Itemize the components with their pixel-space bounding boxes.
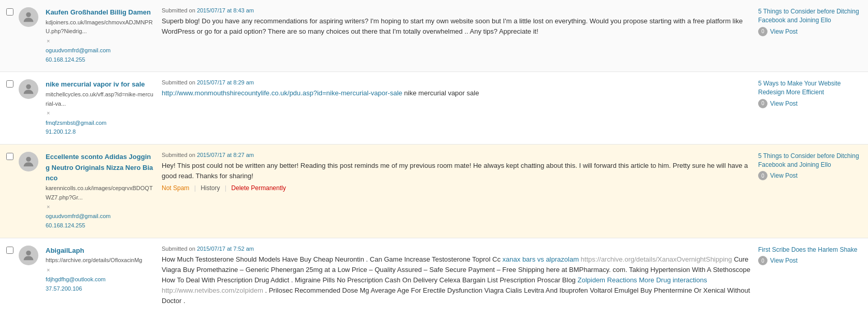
svg-point-2: [26, 156, 31, 161]
post-col: 5 Things to Consider before Ditching Fac…: [758, 152, 862, 181]
checkbox-col: [6, 152, 19, 162]
post-col: 5 Things to Consider before Ditching Fac…: [758, 7, 862, 36]
comment-text: http://www.monmouthshirecountylife.co.uk…: [162, 88, 751, 98]
author-url: kdjoiners.co.uk/Images/chmovxADJMNPRU.ph…: [46, 18, 154, 36]
author-email[interactable]: oguudvomfrd@gmail.com: [46, 212, 154, 221]
avatar: [19, 246, 38, 265]
comment-row: Kaufen Großhandel Billig Damen kdjoiners…: [0, 0, 868, 72]
submitted-date[interactable]: 2015/07/17 at 8:29 am: [197, 79, 254, 85]
not-spam-action[interactable]: Not Spam: [162, 184, 189, 192]
comment-meta: Submitted on 2015/07/17 at 8:43 am: [162, 7, 751, 13]
avatar: [19, 79, 38, 99]
author-url: karennicolls.co.uk/images/cepqrvxBDOQTWZ…: [46, 184, 154, 202]
comment-list: Kaufen Großhandel Billig Damen kdjoiners…: [0, 0, 868, 316]
action-separator: |: [194, 184, 196, 192]
comment-meta: Submitted on 2015/07/17 at 8:29 am: [162, 79, 751, 85]
avatar-col: [19, 246, 41, 265]
checkbox-col: [6, 79, 19, 89]
author-info: Eccellente sconto Adidas Jogging Neutro …: [46, 152, 154, 231]
submitted-prefix: Submitted on: [162, 79, 197, 85]
author-email[interactable]: fdjhgdfhg@outlook.com: [46, 275, 154, 284]
post-comment-count: 0: [758, 99, 767, 108]
avatar-col: [19, 7, 41, 27]
author-url-x: ×: [47, 204, 50, 210]
comment-content: Submitted on 2015/07/17 at 8:29 am http:…: [162, 79, 751, 102]
view-post-link[interactable]: View Post: [770, 257, 798, 264]
avatar: [19, 152, 38, 171]
author-name[interactable]: AbigailLaph: [46, 246, 154, 256]
comment-checkbox[interactable]: [6, 80, 13, 88]
comment-content: Submitted on 2015/07/17 at 7:52 am How M…: [162, 246, 751, 310]
comment-row: Eccellente sconto Adidas Jogging Neutro …: [0, 145, 868, 238]
author-ip[interactable]: 91.200.12.8: [46, 127, 154, 137]
svg-point-0: [26, 12, 31, 17]
author-name[interactable]: Eccellente sconto Adidas Jogging Neutro …: [46, 152, 154, 184]
comment-link1[interactable]: xanax bars vs alprazolam: [503, 255, 579, 263]
muted-url: https://archive.org/details/XanaxOvernig…: [581, 255, 732, 263]
submitted-date[interactable]: 2015/07/17 at 7:52 am: [197, 246, 254, 252]
post-col: First Scribe Does the Harlem Shake 0 Vie…: [758, 246, 862, 266]
author-url: https://archive.org/details/OfloxacinMg: [46, 256, 154, 265]
post-link[interactable]: 5 Things to Consider before Ditching Fac…: [758, 152, 862, 169]
action-separator: |: [225, 184, 226, 192]
author-url-x: ×: [47, 110, 50, 116]
delete-action[interactable]: Delete Permanently: [231, 184, 286, 192]
view-post-link[interactable]: View Post: [770, 172, 798, 179]
avatar-col: [19, 152, 41, 171]
view-post-link[interactable]: View Post: [770, 28, 798, 35]
submitted-date[interactable]: 2015/07/17 at 8:43 am: [197, 7, 254, 13]
author-email[interactable]: fmqfzsmbst@gmail.com: [46, 119, 154, 128]
avatar-col: [19, 79, 41, 99]
comment-text: Superb blog! Do you have any recommendat…: [162, 16, 751, 37]
author-info: nike mercurial vapor iv for sale mitchel…: [46, 79, 154, 136]
author-name[interactable]: Kaufen Großhandel Billig Damen: [46, 7, 154, 18]
comment-row: nike mercurial vapor iv for sale mitchel…: [0, 72, 868, 144]
comment-text: Hey! This post could not be written any …: [162, 161, 751, 181]
avatar: [19, 7, 38, 27]
author-info: AbigailLaph https://archive.org/details/…: [46, 246, 154, 294]
post-comment-count: 0: [758, 256, 767, 265]
author-url: mitchellcycles.co.uk/vff.asp?id=nike-mer…: [46, 90, 154, 108]
author-ip[interactable]: 60.168.124.255: [46, 221, 154, 231]
post-comment-count: 0: [758, 27, 767, 36]
post-view: 0 View Post: [758, 27, 862, 36]
post-link[interactable]: 5 Ways to Make Your Website Redesign Mor…: [758, 79, 862, 97]
author-url-x: ×: [47, 267, 50, 273]
submitted-prefix: Submitted on: [162, 7, 197, 13]
svg-point-1: [26, 84, 31, 89]
checkbox-col: [6, 7, 19, 17]
history-action[interactable]: History: [201, 184, 220, 192]
submitted-date[interactable]: 2015/07/17 at 8:27 am: [197, 152, 254, 158]
checkbox-col: [6, 246, 19, 255]
post-view: 0 View Post: [758, 171, 862, 180]
author-info: Kaufen Großhandel Billig Damen kdjoiners…: [46, 7, 154, 64]
post-col: 5 Ways to Make Your Website Redesign Mor…: [758, 79, 862, 108]
muted-url2: http://www.netvibes.com/zolpidem: [162, 286, 263, 294]
comment-actions: Not Spam | History | Delete Permanently: [162, 184, 751, 192]
svg-point-3: [26, 250, 31, 255]
comment-meta: Submitted on 2015/07/17 at 8:27 am: [162, 152, 751, 158]
post-view: 0 View Post: [758, 256, 862, 265]
author-email[interactable]: oguudvomfrd@gmail.com: [46, 46, 154, 55]
comment-meta: Submitted on 2015/07/17 at 7:52 am: [162, 246, 751, 252]
author-ip[interactable]: 60.168.124.255: [46, 55, 154, 65]
comment-text: How Much Testosterone Should Models Have…: [162, 254, 751, 307]
comment-row: AbigailLaph https://archive.org/details/…: [0, 238, 868, 316]
comment-content: Submitted on 2015/07/17 at 8:43 am Super…: [162, 7, 751, 40]
view-post-link[interactable]: View Post: [770, 100, 798, 107]
author-ip[interactable]: 37.57.200.106: [46, 284, 154, 294]
comment-url-link[interactable]: http://www.monmouthshirecountylife.co.uk…: [162, 89, 402, 97]
comment-link2[interactable]: Zolpidem Reactions More Drug interaction…: [577, 276, 707, 284]
post-link[interactable]: First Scribe Does the Harlem Shake: [758, 246, 862, 254]
author-url-x: ×: [47, 38, 50, 44]
comment-checkbox[interactable]: [6, 8, 13, 16]
post-comment-count: 0: [758, 171, 767, 180]
post-link[interactable]: 5 Things to Consider before Ditching Fac…: [758, 7, 862, 25]
comment-checkbox[interactable]: [6, 153, 13, 160]
comment-content: Submitted on 2015/07/17 at 8:27 am Hey! …: [162, 152, 751, 192]
post-view: 0 View Post: [758, 99, 862, 108]
text-before-link1: How Much Testosterone Should Models Have…: [162, 255, 503, 263]
comment-checkbox[interactable]: [6, 247, 13, 254]
submitted-prefix: Submitted on: [162, 152, 197, 158]
author-name[interactable]: nike mercurial vapor iv for sale: [46, 79, 154, 90]
